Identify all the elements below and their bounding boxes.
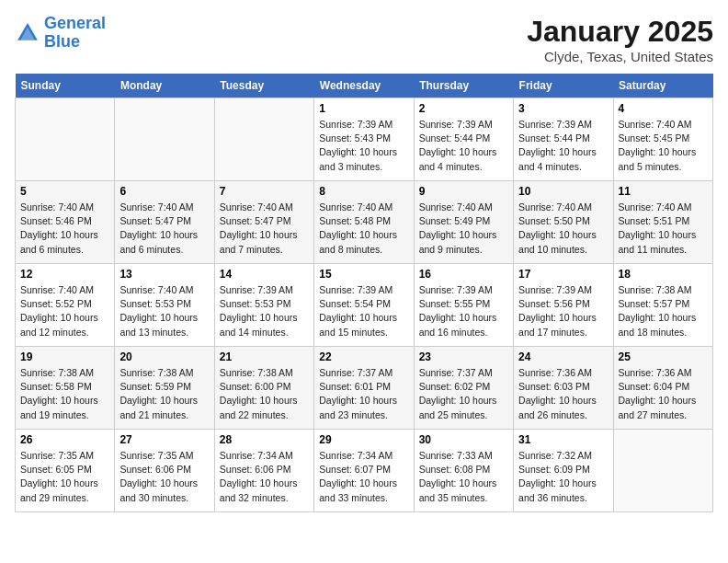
day-cell: 31Sunrise: 7:32 AMSunset: 6:09 PMDayligh…: [514, 430, 613, 512]
day-number: 6: [119, 185, 209, 198]
day-info: Sunrise: 7:40 AMSunset: 5:50 PMDaylight:…: [518, 201, 608, 257]
day-info: Sunrise: 7:39 AMSunset: 5:43 PMDaylight:…: [319, 118, 408, 174]
day-cell: 25Sunrise: 7:36 AMSunset: 6:04 PMDayligh…: [613, 347, 712, 430]
logo-line2: Blue: [44, 32, 80, 51]
day-number: 30: [419, 433, 508, 446]
day-number: 20: [119, 350, 209, 363]
day-number: 25: [619, 350, 708, 363]
day-cell: 15Sunrise: 7:39 AMSunset: 5:54 PMDayligh…: [314, 264, 414, 347]
day-info: Sunrise: 7:37 AMSunset: 6:01 PMDaylight:…: [319, 366, 408, 422]
day-info: Sunrise: 7:32 AMSunset: 6:09 PMDaylight:…: [518, 449, 608, 505]
day-info: Sunrise: 7:37 AMSunset: 6:02 PMDaylight:…: [419, 366, 508, 422]
day-cell: 26Sunrise: 7:35 AMSunset: 6:05 PMDayligh…: [16, 430, 115, 512]
day-number: 10: [518, 185, 608, 198]
day-cell: 13Sunrise: 7:40 AMSunset: 5:53 PMDayligh…: [115, 264, 214, 347]
logo-text: General Blue: [44, 15, 106, 52]
day-info: Sunrise: 7:38 AMSunset: 5:57 PMDaylight:…: [619, 283, 708, 339]
day-number: 23: [419, 350, 508, 363]
day-cell: 23Sunrise: 7:37 AMSunset: 6:02 PMDayligh…: [414, 347, 513, 430]
day-number: 4: [619, 102, 708, 115]
day-info: Sunrise: 7:39 AMSunset: 5:44 PMDaylight:…: [518, 118, 608, 174]
day-info: Sunrise: 7:38 AMSunset: 6:00 PMDaylight:…: [220, 366, 309, 422]
week-row-3: 12Sunrise: 7:40 AMSunset: 5:52 PMDayligh…: [16, 264, 713, 347]
day-cell: 21Sunrise: 7:38 AMSunset: 6:00 PMDayligh…: [214, 347, 313, 430]
day-info: Sunrise: 7:40 AMSunset: 5:52 PMDaylight:…: [20, 283, 109, 339]
day-cell: 18Sunrise: 7:38 AMSunset: 5:57 PMDayligh…: [613, 264, 712, 347]
day-number: 21: [220, 350, 309, 363]
day-number: 28: [220, 433, 309, 446]
day-cell: 1Sunrise: 7:39 AMSunset: 5:43 PMDaylight…: [314, 98, 414, 181]
day-cell: 19Sunrise: 7:38 AMSunset: 5:58 PMDayligh…: [16, 347, 115, 430]
day-info: Sunrise: 7:40 AMSunset: 5:49 PMDaylight:…: [419, 201, 508, 257]
day-cell: 27Sunrise: 7:35 AMSunset: 6:06 PMDayligh…: [115, 430, 214, 512]
weekday-header-wednesday: Wednesday: [314, 74, 414, 98]
day-cell: 7Sunrise: 7:40 AMSunset: 5:47 PMDaylight…: [214, 181, 313, 264]
day-number: 5: [20, 185, 109, 198]
day-number: 22: [319, 350, 408, 363]
day-info: Sunrise: 7:39 AMSunset: 5:56 PMDaylight:…: [518, 283, 608, 339]
day-number: 15: [319, 268, 408, 281]
day-info: Sunrise: 7:40 AMSunset: 5:51 PMDaylight:…: [619, 201, 708, 257]
calendar-table: SundayMondayTuesdayWednesdayThursdayFrid…: [15, 74, 713, 512]
weekday-header-tuesday: Tuesday: [214, 74, 313, 98]
calendar-title: January 2025: [527, 15, 713, 49]
day-info: Sunrise: 7:39 AMSunset: 5:55 PMDaylight:…: [419, 283, 508, 339]
day-cell: 9Sunrise: 7:40 AMSunset: 5:49 PMDaylight…: [414, 181, 513, 264]
day-cell: [16, 98, 115, 181]
weekday-header-thursday: Thursday: [414, 74, 513, 98]
day-cell: 11Sunrise: 7:40 AMSunset: 5:51 PMDayligh…: [613, 181, 712, 264]
weekday-header-saturday: Saturday: [613, 74, 712, 98]
logo: General Blue: [15, 15, 106, 52]
day-cell: 2Sunrise: 7:39 AMSunset: 5:44 PMDaylight…: [414, 98, 513, 181]
weekday-header-monday: Monday: [115, 74, 214, 98]
day-cell: 22Sunrise: 7:37 AMSunset: 6:01 PMDayligh…: [314, 347, 414, 430]
day-cell: 5Sunrise: 7:40 AMSunset: 5:46 PMDaylight…: [16, 181, 115, 264]
title-area: January 2025 Clyde, Texas, United States: [527, 15, 713, 64]
day-cell: 14Sunrise: 7:39 AMSunset: 5:53 PMDayligh…: [214, 264, 313, 347]
day-number: 1: [319, 102, 408, 115]
weekday-header-row: SundayMondayTuesdayWednesdayThursdayFrid…: [16, 74, 713, 98]
day-number: 13: [119, 268, 209, 281]
day-number: 19: [20, 350, 109, 363]
day-info: Sunrise: 7:39 AMSunset: 5:54 PMDaylight:…: [319, 283, 408, 339]
day-info: Sunrise: 7:35 AMSunset: 6:05 PMDaylight:…: [20, 449, 109, 505]
day-number: 16: [419, 268, 508, 281]
day-cell: 16Sunrise: 7:39 AMSunset: 5:55 PMDayligh…: [414, 264, 513, 347]
day-number: 7: [220, 185, 309, 198]
day-number: 12: [20, 268, 109, 281]
day-cell: 30Sunrise: 7:33 AMSunset: 6:08 PMDayligh…: [414, 430, 513, 512]
calendar-subtitle: Clyde, Texas, United States: [527, 49, 713, 64]
day-info: Sunrise: 7:35 AMSunset: 6:06 PMDaylight:…: [119, 449, 209, 505]
day-number: 29: [319, 433, 408, 446]
day-cell: 10Sunrise: 7:40 AMSunset: 5:50 PMDayligh…: [514, 181, 613, 264]
day-number: 8: [319, 185, 408, 198]
day-cell: 28Sunrise: 7:34 AMSunset: 6:06 PMDayligh…: [214, 430, 313, 512]
day-cell: 20Sunrise: 7:38 AMSunset: 5:59 PMDayligh…: [115, 347, 214, 430]
day-cell: [214, 98, 313, 181]
day-number: 18: [619, 268, 708, 281]
day-info: Sunrise: 7:40 AMSunset: 5:53 PMDaylight:…: [119, 283, 209, 339]
day-info: Sunrise: 7:34 AMSunset: 6:06 PMDaylight:…: [220, 449, 309, 505]
day-number: 3: [518, 102, 608, 115]
day-cell: 12Sunrise: 7:40 AMSunset: 5:52 PMDayligh…: [16, 264, 115, 347]
day-info: Sunrise: 7:33 AMSunset: 6:08 PMDaylight:…: [419, 449, 508, 505]
header: General Blue January 2025 Clyde, Texas, …: [15, 15, 713, 64]
day-cell: [613, 430, 712, 512]
day-cell: 3Sunrise: 7:39 AMSunset: 5:44 PMDaylight…: [514, 98, 613, 181]
day-cell: 8Sunrise: 7:40 AMSunset: 5:48 PMDaylight…: [314, 181, 414, 264]
day-info: Sunrise: 7:38 AMSunset: 5:58 PMDaylight:…: [20, 366, 109, 422]
day-info: Sunrise: 7:40 AMSunset: 5:46 PMDaylight:…: [20, 201, 109, 257]
day-number: 26: [20, 433, 109, 446]
day-number: 9: [419, 185, 508, 198]
day-info: Sunrise: 7:39 AMSunset: 5:44 PMDaylight:…: [419, 118, 508, 174]
day-number: 2: [419, 102, 508, 115]
day-number: 24: [518, 350, 608, 363]
day-info: Sunrise: 7:40 AMSunset: 5:47 PMDaylight:…: [220, 201, 309, 257]
day-cell: [115, 98, 214, 181]
day-number: 17: [518, 268, 608, 281]
day-info: Sunrise: 7:39 AMSunset: 5:53 PMDaylight:…: [220, 283, 309, 339]
day-info: Sunrise: 7:40 AMSunset: 5:45 PMDaylight:…: [619, 118, 708, 174]
day-number: 11: [619, 185, 708, 198]
week-row-4: 19Sunrise: 7:38 AMSunset: 5:58 PMDayligh…: [16, 347, 713, 430]
day-info: Sunrise: 7:36 AMSunset: 6:04 PMDaylight:…: [619, 366, 708, 422]
